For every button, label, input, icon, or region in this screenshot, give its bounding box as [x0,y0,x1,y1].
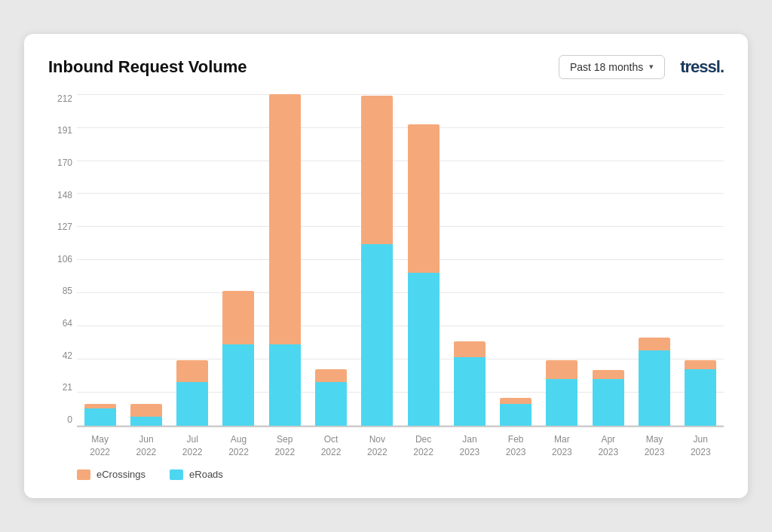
chart-body [77,94,724,426]
y-axis-label: 0 [48,415,77,424]
bar-stack [265,94,305,426]
bar-stack [450,94,489,426]
x-axis: May2022Jun2022Jul2022Aug2022Sep2022Oct20… [48,427,724,459]
x-axis-label: Apr2023 [585,427,631,459]
chevron-down-icon: ▾ [649,62,654,72]
x-axis-label: Sep2022 [262,427,308,459]
y-axis-label: 170 [48,158,77,167]
legend-label: eCrossings [96,469,146,480]
bar-eroads [593,379,624,426]
bars-area [77,94,724,426]
bar-ecrossings [315,369,347,382]
x-axis-label: Nov2022 [354,427,400,459]
bar-eroads [639,350,670,426]
bar-eroads [176,382,208,426]
bar-ecrossings [685,360,716,369]
bar-stack [173,94,212,426]
bar-ecrossings [176,360,208,382]
x-axis-label: May2023 [631,427,677,459]
y-axis-label: 21 [48,383,77,392]
legend-item: eCrossings [77,469,146,480]
bar-stack [81,94,120,426]
bar-group [400,94,446,426]
bar-eroads [269,344,301,426]
legend-label: eRoads [189,469,223,480]
bar-ecrossings [222,291,254,344]
legend-item: eRoads [170,469,223,480]
bar-ecrossings [361,96,393,244]
y-axis-label: 127 [48,222,77,231]
x-axis-label: Aug2022 [216,427,262,459]
bar-group [123,94,169,426]
bar-eroads [685,369,716,426]
legend-swatch [170,469,183,480]
bar-eroads [361,244,393,426]
bar-stack [404,94,443,426]
bar-ecrossings [130,404,162,417]
bar-ecrossings [639,338,670,350]
bar-ecrossings [269,94,301,344]
bar-eroads [408,273,440,426]
bar-group [631,94,677,426]
y-axis-label: 191 [48,126,77,135]
x-axis-label: Jun2023 [678,427,724,459]
bar-eroads [454,357,486,426]
bar-stack [542,94,581,426]
bar-eroads [546,379,577,426]
bar-stack [127,94,166,426]
x-axis-label: Jul2022 [170,427,216,459]
bar-group [678,94,724,426]
x-axis-label: Oct2022 [308,427,354,459]
bar-eroads [222,344,254,426]
y-axis-label: 148 [48,191,77,200]
bar-group [585,94,631,426]
bar-group [262,94,308,426]
time-range-dropdown[interactable]: Past 18 months ▾ [559,55,665,79]
bar-eroads [500,404,532,426]
legend: eCrossingseRoads [77,469,724,480]
bar-stack [357,94,397,426]
x-axis-label: Dec2022 [400,427,446,459]
bar-group [446,94,492,426]
y-axis-label: 42 [48,351,77,360]
y-axis-label: 85 [48,286,77,295]
bar-group [539,94,585,426]
bar-ecrossings [408,124,440,273]
dropdown-label: Past 18 months [570,61,643,73]
bar-ecrossings [546,360,577,379]
y-axis-label: 64 [48,319,77,328]
bar-stack [219,94,258,426]
chart-title: Inbound Request Volume [48,57,247,77]
chart-container: 021426485106127148170191212 [48,94,724,426]
bars-row [77,94,724,426]
legend-swatch [77,469,90,480]
bar-ecrossings [454,341,486,357]
y-axis: 021426485106127148170191212 [48,94,77,426]
bar-stack [311,94,351,426]
bar-ecrossings [593,370,624,379]
header-right: Past 18 months ▾ tressl. [559,55,724,79]
x-axis-label: Mar2023 [539,427,585,459]
y-axis-label: 212 [48,94,77,103]
bar-stack [589,94,628,426]
bar-eroads [130,417,162,426]
y-axis-label: 106 [48,255,77,264]
x-axis-label: Feb2023 [493,427,539,459]
brand-logo: tressl. [680,57,724,77]
bar-group [216,94,262,426]
bar-eroads [315,382,347,426]
x-axis-label: May2022 [77,427,123,459]
chart-area: 021426485106127148170191212 May2022Jun20… [48,94,724,481]
bar-stack [635,94,674,426]
chart-card: Inbound Request Volume Past 18 months ▾ … [24,34,748,499]
bar-stack [681,94,720,426]
bar-group [308,94,354,426]
bar-eroads [84,408,116,426]
chart-header: Inbound Request Volume Past 18 months ▾ … [48,55,724,79]
bar-group [493,94,539,426]
bar-group [77,94,123,426]
x-axis-label: Jan2023 [446,427,492,459]
bar-stack [496,94,535,426]
bar-group [170,94,216,426]
x-labels: May2022Jun2022Jul2022Aug2022Sep2022Oct20… [77,427,724,459]
